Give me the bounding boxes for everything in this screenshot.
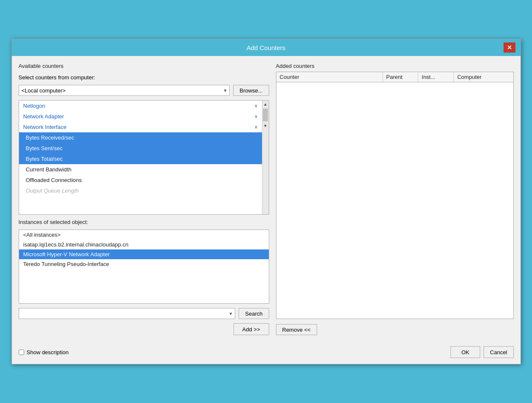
add-button[interactable]: Add >> (234, 323, 269, 335)
counter-group-network-adapter[interactable]: Network Adapter ∨ (19, 111, 262, 122)
counter-item-bytes-received[interactable]: Bytes Received/sec (19, 132, 262, 143)
search-input[interactable] (19, 308, 236, 319)
scroll-thumb[interactable] (263, 109, 268, 121)
dialog-body: Available counters Select counters from … (12, 56, 521, 342)
added-counters-label: Added counters (276, 63, 514, 69)
search-button[interactable]: Search (239, 308, 269, 319)
instance-teredo[interactable]: Teredo Tunneling Pseudo-Interface (19, 259, 269, 269)
cancel-button[interactable]: Cancel (484, 346, 513, 358)
remove-row: Remove << (276, 324, 514, 335)
instance-isatap[interactable]: isatap.lqi1ecs.b2.internal.chinacloudapp… (19, 240, 269, 249)
add-row: Add >> (19, 323, 269, 335)
instances-label: Instances of selected object: (19, 219, 269, 225)
show-description-row: Show description (19, 349, 69, 355)
added-table-header: Counter Parent Inst... Computer (276, 72, 513, 82)
computer-row: Browse... (19, 85, 269, 96)
network-interface-label: Network Interface (23, 124, 67, 130)
counter-item-bytes-total[interactable]: Bytes Total/sec (19, 154, 262, 164)
remove-button[interactable]: Remove << (276, 324, 317, 335)
col-header-computer: Computer (454, 72, 513, 82)
counter-item-current-bandwidth[interactable]: Current Bandwidth (19, 164, 262, 175)
computer-input[interactable] (19, 85, 230, 96)
counter-item-output-queue-length[interactable]: Output Queue Length (19, 185, 262, 196)
right-panel: Added counters Counter Parent Inst... Co… (276, 63, 514, 335)
left-panel: Available counters Select counters from … (19, 63, 269, 335)
col-header-parent: Parent (383, 72, 419, 82)
show-description-checkbox[interactable] (19, 350, 24, 355)
instances-list-container: <All instances> isatap.lqi1ecs.b2.intern… (19, 229, 269, 304)
counters-list-container: Netlogon ∨ Network Adapter ∨ Network Int… (19, 100, 269, 215)
dialog-footer: Show description OK Cancel (12, 342, 521, 364)
search-input-wrapper (19, 308, 236, 319)
scroll-up-arrow[interactable]: ▲ (262, 101, 269, 108)
netlogon-label: Netlogon (23, 103, 45, 109)
counters-list-inner: Netlogon ∨ Network Adapter ∨ Network Int… (19, 101, 262, 214)
close-button[interactable]: ✕ (504, 42, 515, 53)
counter-group-network-interface[interactable]: Network Interface ∧ (19, 122, 262, 132)
add-counters-dialog: Add Counters ✕ Available counters Select… (11, 39, 521, 364)
network-adapter-arrow: ∨ (254, 114, 258, 119)
dialog-title: Add Counters (29, 44, 504, 51)
browse-button[interactable]: Browse... (233, 85, 269, 96)
select-from-label: Select counters from computer: (19, 74, 269, 81)
network-interface-arrow: ∧ (254, 124, 258, 130)
added-table-body (276, 82, 513, 319)
counter-item-bytes-sent[interactable]: Bytes Sent/sec (19, 143, 262, 154)
instance-hyperv[interactable]: Microsoft Hyper-V Network Adapter (19, 249, 269, 259)
netlogon-arrow: ∨ (254, 103, 258, 109)
network-adapter-label: Network Adapter (23, 113, 64, 120)
counter-item-offloaded-connections[interactable]: Offloaded Connections (19, 175, 262, 185)
scroll-down-arrow[interactable]: ▼ (262, 122, 269, 129)
footer-buttons: OK Cancel (450, 346, 513, 358)
counter-group-netlogon[interactable]: Netlogon ∨ (19, 101, 262, 111)
ok-button[interactable]: OK (450, 346, 480, 358)
show-description-label: Show description (27, 349, 69, 355)
instance-all[interactable]: <All instances> (19, 230, 269, 240)
computer-dropdown-wrapper (19, 85, 230, 96)
search-row: Search (19, 308, 269, 319)
available-counters-label: Available counters (19, 63, 269, 69)
counters-scrollbar[interactable]: ▲ ▼ (262, 101, 269, 214)
col-header-counter: Counter (276, 72, 383, 82)
title-bar: Add Counters ✕ (12, 39, 521, 56)
col-header-inst: Inst... (418, 72, 454, 82)
added-counters-table: Counter Parent Inst... Computer (276, 72, 514, 319)
